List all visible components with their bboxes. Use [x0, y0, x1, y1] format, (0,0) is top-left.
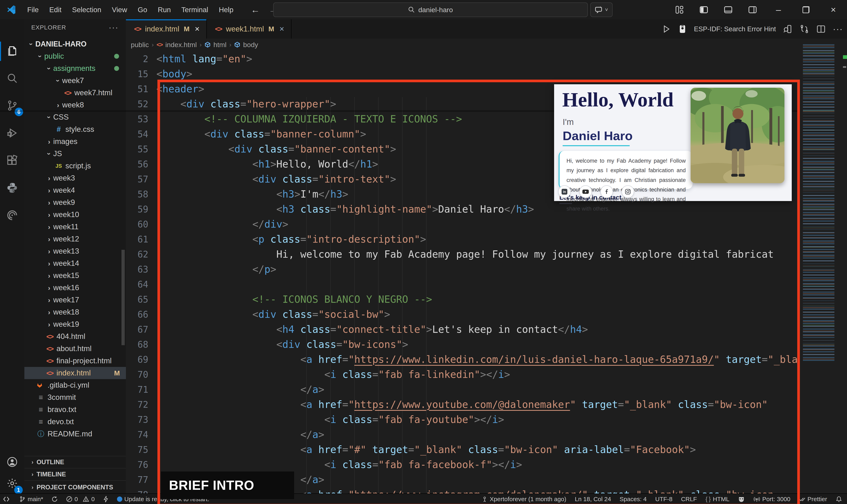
sync-button[interactable]: [51, 496, 58, 502]
tree-item-week8[interactable]: ›week8: [24, 99, 126, 111]
extension-mask-status[interactable]: [738, 496, 745, 502]
power-status[interactable]: [103, 496, 109, 503]
tree-item-week4[interactable]: ›week4: [24, 184, 126, 196]
code-line-65[interactable]: 65<!-- ICONOS BLANCO Y NEGRO -->: [126, 292, 799, 307]
menu-terminal[interactable]: Terminal: [176, 3, 214, 17]
customize-layout-icon[interactable]: [667, 0, 691, 19]
indentation-status[interactable]: Spaces: 4: [619, 496, 647, 503]
outline-section[interactable]: ›OUTLINE: [24, 456, 126, 468]
run-debug-view-icon[interactable]: [0, 121, 24, 145]
menu-go[interactable]: Go: [132, 3, 152, 17]
cursor-position-status[interactable]: Ln 18, Col 24: [575, 496, 611, 503]
formatter-status[interactable]: Prettier: [799, 496, 827, 503]
code-line-71[interactable]: 71</a>: [126, 382, 799, 397]
tree-item-week18[interactable]: ›week18: [24, 306, 126, 318]
timeline-section[interactable]: ›TIMELINE: [24, 468, 126, 480]
tree-item-week19[interactable]: ›week19: [24, 318, 126, 330]
esp-device-icon[interactable]: [678, 24, 687, 34]
tree-item-week11[interactable]: ›week11: [24, 221, 126, 233]
tree-item-.gitlab-ci.yml[interactable]: .gitlab-ci.yml: [24, 379, 126, 391]
code-line-67[interactable]: 67<h4 class="connect-title">Let's keep i…: [126, 322, 799, 337]
code-line-68[interactable]: 68<div class="bw-icons">: [126, 337, 799, 352]
language-mode-status[interactable]: { }HTML: [705, 496, 729, 503]
menu-file[interactable]: File: [22, 3, 44, 17]
tree-item-week3[interactable]: ›week3: [24, 172, 126, 184]
code-line-2[interactable]: 2<html lang="en">: [126, 51, 799, 67]
tree-item-week15[interactable]: ›week15: [24, 269, 126, 282]
toggle-sidebar-icon[interactable]: [691, 0, 716, 19]
eol-status[interactable]: CRLF: [681, 496, 697, 503]
problems-status[interactable]: 0 0: [66, 496, 95, 503]
run-file-icon[interactable]: [662, 24, 671, 34]
tree-item-index.html[interactable]: <>index.htmlM: [24, 367, 126, 379]
toggle-secondary-sidebar-icon[interactable]: [740, 0, 765, 19]
breadcrumb-item-index.html[interactable]: index.html: [165, 41, 197, 49]
explorer-view-icon[interactable]: [0, 39, 24, 63]
code-line-73[interactable]: 73<i class="fab fa-youtube"></i>: [126, 412, 799, 427]
port-status[interactable]: Port: 3000: [753, 496, 790, 503]
sidebar-scrollbar[interactable]: [122, 250, 125, 345]
project-components-section[interactable]: ›PROJECT COMPONENTS: [24, 480, 126, 493]
code-line-69[interactable]: 69<a href="https://www.linkedin.com/in/l…: [126, 352, 799, 367]
tree-item-images[interactable]: ›images: [24, 136, 126, 148]
nav-back-icon[interactable]: ←: [251, 5, 260, 15]
linkedin-icon[interactable]: in: [558, 185, 571, 198]
tree-item-week9[interactable]: ›week9: [24, 196, 126, 209]
instagram-icon[interactable]: [621, 185, 634, 198]
tree-item-week10[interactable]: ›week10: [24, 209, 126, 221]
tree-item-about.html[interactable]: <>about.html: [24, 343, 126, 355]
accounts-icon[interactable]: [0, 450, 24, 474]
tree-item-404.html[interactable]: <>404.html: [24, 330, 126, 343]
tree-item-week17[interactable]: ›week17: [24, 294, 126, 306]
tree-item-README.md[interactable]: ⓘREADME.md: [24, 428, 126, 440]
close-tab-icon[interactable]: ×: [195, 24, 199, 34]
tree-item-assignments[interactable]: ›assignments: [24, 62, 126, 74]
tree-item-week13[interactable]: ›week13: [24, 245, 126, 257]
close-tab-icon[interactable]: ×: [280, 24, 284, 34]
compare-changes-icon[interactable]: [799, 24, 809, 34]
minimap[interactable]: [799, 39, 847, 493]
breadcrumb-item-html[interactable]: html: [214, 41, 227, 49]
code-line-75[interactable]: 75<a href="#" target="_blank" class="bw-…: [126, 442, 799, 457]
code-line-74[interactable]: 74</a>: [126, 427, 799, 442]
tree-item-script.js[interactable]: JSscript.js: [24, 160, 126, 172]
code-line-60[interactable]: 60</div>: [126, 217, 799, 232]
tree-item-style.css[interactable]: #style.css: [24, 123, 126, 136]
breadcrumb-item-body[interactable]: body: [243, 41, 258, 49]
command-search-input[interactable]: daniel-haro: [273, 2, 588, 17]
close-button[interactable]: ×: [819, 0, 847, 19]
search-view-icon[interactable]: [0, 66, 24, 90]
code-line-61[interactable]: 61<p class="intro-description">: [126, 232, 799, 247]
tree-item-bravo.txt[interactable]: ≡bravo.txt: [24, 403, 126, 416]
tree-item-CSS[interactable]: ›CSS: [24, 111, 126, 123]
encoding-status[interactable]: UTF-8: [655, 496, 672, 503]
tree-item-3commit[interactable]: ≡3commit: [24, 391, 126, 403]
code-line-15[interactable]: 15<body>: [126, 67, 799, 82]
explorer-more-icon[interactable]: ···: [109, 23, 119, 32]
tree-item-week16[interactable]: ›week16: [24, 282, 126, 294]
remote-indicator[interactable]: [3, 496, 10, 503]
espressif-view-icon[interactable]: [0, 203, 24, 228]
youtube-icon[interactable]: [579, 185, 592, 198]
esp-idf-hint-button[interactable]: ESP-IDF: Search Error Hint: [694, 25, 776, 33]
tree-item-public[interactable]: ›public: [24, 50, 126, 62]
git-branch-status[interactable]: main*: [19, 496, 43, 503]
facebook-icon[interactable]: [600, 185, 613, 198]
breadcrumb-item-public[interactable]: public: [131, 41, 149, 49]
search-editor-icon[interactable]: [783, 24, 793, 34]
restore-button[interactable]: [792, 0, 819, 19]
git-blame-status[interactable]: Xpertoforever (1 month ago): [482, 496, 566, 503]
tree-item-week12[interactable]: ›week12: [24, 233, 126, 245]
python-view-icon[interactable]: [0, 176, 24, 200]
minimize-button[interactable]: –: [765, 0, 792, 19]
more-actions-icon[interactable]: ···: [833, 24, 843, 34]
menu-edit[interactable]: Edit: [44, 3, 67, 17]
tree-item-final-project.html[interactable]: <>final-project.html: [24, 355, 126, 367]
code-line-59[interactable]: 59<h3 class="highlight-name">Daniel Haro…: [126, 202, 799, 217]
menu-selection[interactable]: Selection: [67, 3, 107, 17]
tree-item-JS[interactable]: ›JS: [24, 148, 126, 160]
extensions-view-icon[interactable]: [0, 148, 24, 173]
source-control-view-icon[interactable]: 6: [0, 93, 24, 118]
code-line-66[interactable]: 66<div class="social-bw">: [126, 307, 799, 322]
code-line-62[interactable]: 62Hi, welcome to my Fab Academy page! Fo…: [126, 247, 799, 262]
